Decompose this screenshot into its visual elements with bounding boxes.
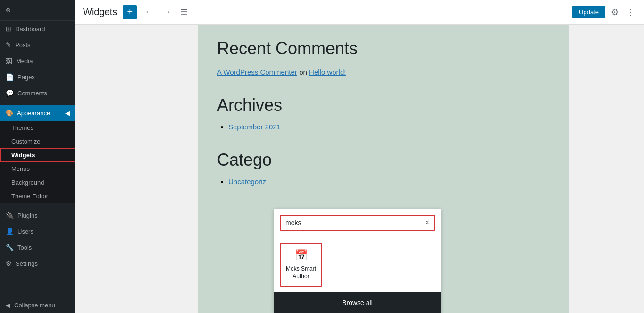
collapse-label: Collapse menu: [14, 302, 55, 309]
main-area: Widgets + ← → ☰ Update ⚙ ⋮ Recent Commen…: [75, 0, 644, 313]
posts-icon: ✎: [6, 41, 11, 49]
settings-gear-button[interactable]: ⚙: [609, 5, 620, 19]
add-widget-button[interactable]: +: [123, 5, 137, 19]
left-spacer: [75, 25, 198, 313]
sidebar-users-label: Users: [17, 228, 33, 235]
search-input[interactable]: [285, 219, 425, 227]
sidebar-item-pages[interactable]: 📄 Pages: [0, 69, 75, 85]
sidebar-item-theme-editor[interactable]: Theme Editor: [0, 189, 75, 203]
category-item: Uncategoriz: [228, 178, 550, 186]
background-label: Background: [11, 179, 44, 186]
more-options-button[interactable]: ⋮: [624, 5, 636, 19]
update-button[interactable]: Update: [572, 6, 605, 18]
tools-icon: 🔧: [6, 244, 14, 251]
category-link[interactable]: Uncategoriz: [228, 178, 266, 186]
sidebar-plugins-label: Plugins: [17, 212, 38, 219]
search-popup: × 📅 Meks Smart Author Browse all: [274, 209, 441, 313]
list-view-button[interactable]: ☰: [178, 5, 190, 19]
comment-author-link[interactable]: A WordPress Commenter: [217, 68, 297, 76]
sidebar-item-dashboard[interactable]: ⊞ Dashboard: [0, 21, 75, 37]
comment-on-text: on: [299, 68, 309, 76]
archive-link[interactable]: September 2021: [228, 123, 281, 131]
meks-smart-author-widget[interactable]: 📅 Meks Smart Author: [280, 243, 322, 287]
categories-list: Uncategoriz: [217, 178, 550, 186]
comment-entry: A WordPress Commenter on Hello world!: [217, 68, 550, 76]
redo-button[interactable]: →: [160, 5, 173, 19]
content-inner: Recent Comments A WordPress Commenter on…: [75, 25, 644, 313]
appearance-collapse-icon: ◀: [65, 110, 70, 117]
right-spacer: [569, 25, 644, 313]
sidebar-item-plugins[interactable]: 🔌 Plugins: [0, 207, 75, 223]
search-popup-header: ×: [274, 209, 441, 237]
menus-label: Menus: [11, 165, 30, 172]
comments-icon: 💬: [6, 89, 14, 97]
sidebar-logo: ⊛: [0, 0, 75, 21]
archive-item: September 2021: [228, 123, 550, 131]
sidebar-posts-label: Posts: [15, 42, 31, 49]
sidebar-pages-label: Pages: [17, 74, 35, 81]
pages-icon: 📄: [6, 73, 14, 81]
sidebar-item-menus[interactable]: Menus: [0, 162, 75, 176]
content-area: Recent Comments A WordPress Commenter on…: [75, 25, 644, 313]
sidebar-item-settings[interactable]: ⚙ Settings: [0, 255, 75, 271]
widget-content: Recent Comments A WordPress Commenter on…: [198, 25, 569, 313]
archives-list: September 2021: [217, 123, 550, 131]
appearance-icon: 🎨: [6, 110, 13, 117]
plugins-icon: 🔌: [6, 211, 14, 219]
search-results: 📅 Meks Smart Author: [274, 237, 441, 292]
sidebar-item-users[interactable]: 👤 Users: [0, 223, 75, 239]
sidebar-item-tools[interactable]: 🔧 Tools: [0, 239, 75, 255]
topbar: Widgets + ← → ☰ Update ⚙ ⋮: [75, 0, 644, 25]
dashboard-icon: ⊞: [6, 25, 11, 33]
users-icon: 👤: [6, 228, 14, 235]
sidebar: ⊛ ⊞ Dashboard ✎ Posts 🖼 Media 📄 Pages 💬 …: [0, 0, 75, 313]
sidebar-item-comments[interactable]: 💬 Comments: [0, 85, 75, 101]
sidebar-item-themes[interactable]: Themes: [0, 121, 75, 135]
categories-title: Catego: [217, 150, 550, 170]
sidebar-item-posts[interactable]: ✎ Posts: [0, 37, 75, 53]
topbar-right: Update ⚙ ⋮: [572, 5, 636, 19]
search-input-wrapper: ×: [280, 215, 435, 231]
page-title: Widgets: [83, 7, 117, 17]
settings-icon: ⚙: [6, 260, 12, 267]
sidebar-item-media[interactable]: 🖼 Media: [0, 53, 75, 69]
sidebar-media-label: Media: [16, 58, 33, 65]
archives-title: Archives: [217, 95, 550, 115]
theme-editor-label: Theme Editor: [11, 193, 48, 200]
sidebar-item-widgets[interactable]: Widgets: [0, 148, 75, 162]
themes-label: Themes: [11, 124, 33, 131]
sidebar-dashboard-label: Dashboard: [15, 25, 45, 33]
topbar-left: Widgets + ← → ☰: [83, 5, 190, 19]
sidebar-item-background[interactable]: Background: [0, 176, 75, 189]
wp-logo-icon: ⊛: [6, 7, 11, 14]
sidebar-settings-label: Settings: [16, 260, 38, 267]
widget-calendar-icon: 📅: [295, 249, 308, 262]
widget-name-label: Meks Smart Author: [284, 265, 318, 280]
media-icon: 🖼: [6, 57, 12, 65]
sidebar-item-appearance[interactable]: 🎨 Appearance ◀: [0, 105, 75, 121]
search-clear-button[interactable]: ×: [425, 219, 429, 227]
collapse-icon: ◀: [6, 302, 10, 309]
widgets-label: Widgets: [11, 152, 35, 159]
comment-post-link[interactable]: Hello world!: [309, 68, 346, 76]
sidebar-collapse-button[interactable]: ◀ Collapse menu: [0, 297, 75, 313]
undo-button[interactable]: ←: [142, 5, 155, 19]
sidebar-tools-label: Tools: [17, 244, 32, 251]
recent-comments-title: Recent Comments: [217, 39, 550, 59]
browse-all-button[interactable]: Browse all: [274, 292, 441, 313]
sidebar-item-customize[interactable]: Customize: [0, 135, 75, 148]
sidebar-comments-label: Comments: [17, 90, 47, 97]
customize-label: Customize: [11, 138, 40, 145]
appearance-submenu: Themes Customize Widgets Menus Backgroun…: [0, 121, 75, 203]
sidebar-appearance-label: Appearance: [17, 110, 50, 117]
